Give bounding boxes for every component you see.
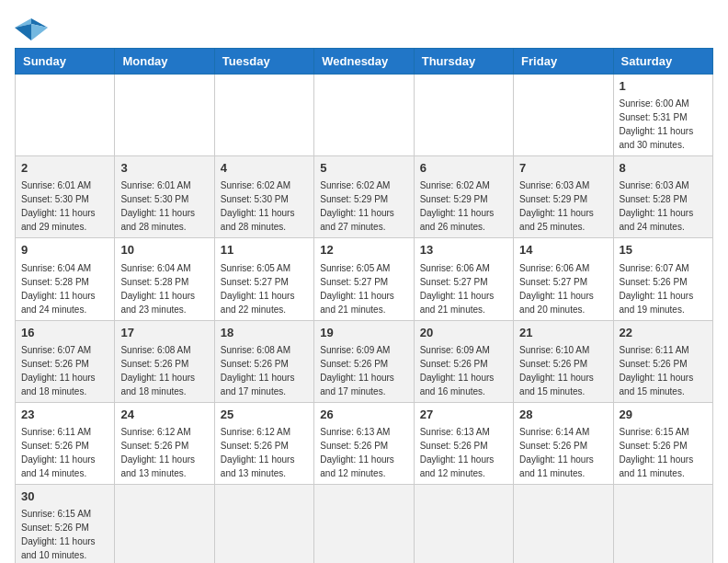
calendar-week-row: 2Sunrise: 6:01 AM Sunset: 5:30 PM Daylig… [16, 156, 713, 238]
cell-date-number: 3 [120, 160, 208, 177]
weekday-header: Wednesday [314, 49, 414, 75]
cell-info-text: Sunrise: 6:12 AM Sunset: 5:26 PM Dayligh… [120, 425, 208, 480]
header [15, 15, 713, 40]
cell-date-number: 23 [21, 407, 108, 423]
cell-info-text: Sunrise: 6:02 AM Sunset: 5:29 PM Dayligh… [420, 178, 507, 234]
weekday-header: Monday [115, 49, 214, 75]
calendar-cell: 27Sunrise: 6:13 AM Sunset: 5:26 PM Dayli… [414, 402, 513, 484]
calendar-cell: 16Sunrise: 6:07 AM Sunset: 5:26 PM Dayli… [16, 320, 115, 402]
cell-date-number: 25 [221, 407, 308, 423]
cell-date-number: 11 [221, 242, 308, 259]
cell-info-text: Sunrise: 6:02 AM Sunset: 5:30 PM Dayligh… [221, 178, 308, 234]
cell-info-text: Sunrise: 6:01 AM Sunset: 5:30 PM Dayligh… [120, 178, 208, 234]
cell-info-text: Sunrise: 6:07 AM Sunset: 5:26 PM Dayligh… [620, 261, 707, 316]
calendar-cell: 24Sunrise: 6:12 AM Sunset: 5:26 PM Dayli… [115, 402, 214, 484]
cell-info-text: Sunrise: 6:03 AM Sunset: 5:28 PM Dayligh… [620, 178, 707, 234]
cell-date-number: 1 [620, 78, 707, 95]
cell-date-number: 19 [320, 325, 407, 341]
calendar-week-row: 23Sunrise: 6:11 AM Sunset: 5:26 PM Dayli… [16, 402, 713, 484]
cell-info-text: Sunrise: 6:15 AM Sunset: 5:26 PM Dayligh… [620, 425, 707, 480]
cell-date-number: 16 [21, 325, 108, 341]
cell-date-number: 12 [320, 242, 407, 259]
cell-date-number: 27 [420, 407, 507, 423]
calendar-cell: 25Sunrise: 6:12 AM Sunset: 5:26 PM Dayli… [214, 402, 313, 484]
cell-date-number: 9 [21, 242, 108, 259]
calendar-cell: 23Sunrise: 6:11 AM Sunset: 5:26 PM Dayli… [16, 402, 115, 484]
cell-date-number: 8 [620, 160, 707, 177]
cell-date-number: 20 [420, 325, 507, 341]
calendar-cell [613, 484, 712, 563]
cell-date-number: 30 [21, 488, 108, 505]
cell-info-text: Sunrise: 6:02 AM Sunset: 5:29 PM Dayligh… [320, 178, 407, 234]
cell-date-number: 26 [320, 407, 407, 423]
cell-date-number: 22 [620, 325, 707, 341]
cell-info-text: Sunrise: 6:04 AM Sunset: 5:28 PM Dayligh… [21, 261, 108, 316]
calendar-cell: 3Sunrise: 6:01 AM Sunset: 5:30 PM Daylig… [115, 156, 214, 238]
calendar-cell: 2Sunrise: 6:01 AM Sunset: 5:30 PM Daylig… [16, 156, 115, 238]
cell-info-text: Sunrise: 6:06 AM Sunset: 5:27 PM Dayligh… [420, 261, 507, 316]
cell-date-number: 18 [221, 325, 308, 341]
calendar-cell: 7Sunrise: 6:03 AM Sunset: 5:29 PM Daylig… [514, 156, 613, 238]
cell-date-number: 14 [519, 242, 607, 259]
calendar-cell: 30Sunrise: 6:15 AM Sunset: 5:26 PM Dayli… [16, 484, 115, 563]
cell-info-text: Sunrise: 6:10 AM Sunset: 5:26 PM Dayligh… [519, 343, 607, 398]
weekday-header: Thursday [414, 49, 513, 75]
calendar-week-row: 16Sunrise: 6:07 AM Sunset: 5:26 PM Dayli… [16, 320, 713, 402]
calendar-week-row: 30Sunrise: 6:15 AM Sunset: 5:26 PM Dayli… [16, 484, 713, 563]
calendar-cell [115, 75, 214, 156]
calendar-cell [314, 75, 414, 156]
cell-date-number: 13 [420, 242, 507, 259]
calendar-cell [314, 484, 414, 563]
cell-date-number: 17 [120, 325, 208, 341]
calendar-cell: 8Sunrise: 6:03 AM Sunset: 5:28 PM Daylig… [613, 156, 712, 238]
cell-info-text: Sunrise: 6:09 AM Sunset: 5:26 PM Dayligh… [420, 343, 507, 398]
cell-info-text: Sunrise: 6:05 AM Sunset: 5:27 PM Dayligh… [320, 261, 407, 316]
cell-info-text: Sunrise: 6:09 AM Sunset: 5:26 PM Dayligh… [320, 343, 407, 398]
cell-info-text: Sunrise: 6:01 AM Sunset: 5:30 PM Dayligh… [21, 178, 108, 234]
cell-info-text: Sunrise: 6:07 AM Sunset: 5:26 PM Dayligh… [21, 343, 108, 398]
logo [15, 15, 51, 40]
cell-info-text: Sunrise: 6:08 AM Sunset: 5:26 PM Dayligh… [120, 343, 208, 398]
cell-date-number: 4 [221, 160, 308, 177]
calendar-cell: 22Sunrise: 6:11 AM Sunset: 5:26 PM Dayli… [613, 320, 712, 402]
cell-date-number: 10 [120, 242, 208, 259]
cell-date-number: 21 [519, 325, 607, 341]
cell-date-number: 28 [519, 407, 607, 423]
cell-date-number: 24 [120, 407, 208, 423]
calendar-cell [214, 484, 313, 563]
cell-info-text: Sunrise: 6:12 AM Sunset: 5:26 PM Dayligh… [221, 425, 308, 480]
cell-date-number: 6 [420, 160, 507, 177]
calendar-cell: 15Sunrise: 6:07 AM Sunset: 5:26 PM Dayli… [613, 238, 712, 320]
weekday-header: Saturday [613, 49, 712, 75]
calendar-week-row: 9Sunrise: 6:04 AM Sunset: 5:28 PM Daylig… [16, 238, 713, 320]
calendar: SundayMondayTuesdayWednesdayThursdayFrid… [15, 48, 713, 563]
cell-info-text: Sunrise: 6:15 AM Sunset: 5:26 PM Dayligh… [21, 507, 108, 562]
calendar-cell: 9Sunrise: 6:04 AM Sunset: 5:28 PM Daylig… [16, 238, 115, 320]
calendar-cell: 26Sunrise: 6:13 AM Sunset: 5:26 PM Dayli… [314, 402, 414, 484]
calendar-cell: 5Sunrise: 6:02 AM Sunset: 5:29 PM Daylig… [314, 156, 414, 238]
calendar-cell: 20Sunrise: 6:09 AM Sunset: 5:26 PM Dayli… [414, 320, 513, 402]
calendar-cell: 17Sunrise: 6:08 AM Sunset: 5:26 PM Dayli… [115, 320, 214, 402]
calendar-week-row: 1Sunrise: 6:00 AM Sunset: 5:31 PM Daylig… [16, 75, 713, 156]
calendar-cell: 28Sunrise: 6:14 AM Sunset: 5:26 PM Dayli… [514, 402, 613, 484]
calendar-cell [414, 75, 513, 156]
calendar-cell [214, 75, 313, 156]
cell-info-text: Sunrise: 6:14 AM Sunset: 5:26 PM Dayligh… [519, 425, 607, 480]
calendar-cell [16, 75, 115, 156]
logo-icon [15, 15, 48, 40]
calendar-cell: 12Sunrise: 6:05 AM Sunset: 5:27 PM Dayli… [314, 238, 414, 320]
calendar-cell [414, 484, 513, 563]
calendar-cell: 11Sunrise: 6:05 AM Sunset: 5:27 PM Dayli… [214, 238, 313, 320]
cell-info-text: Sunrise: 6:03 AM Sunset: 5:29 PM Dayligh… [519, 178, 607, 234]
cell-date-number: 5 [320, 160, 407, 177]
calendar-cell: 4Sunrise: 6:02 AM Sunset: 5:30 PM Daylig… [214, 156, 313, 238]
cell-info-text: Sunrise: 6:13 AM Sunset: 5:26 PM Dayligh… [320, 425, 407, 480]
cell-info-text: Sunrise: 6:04 AM Sunset: 5:28 PM Dayligh… [120, 261, 208, 316]
calendar-cell: 14Sunrise: 6:06 AM Sunset: 5:27 PM Dayli… [514, 238, 613, 320]
cell-date-number: 15 [620, 242, 707, 259]
calendar-cell [514, 484, 613, 563]
calendar-cell [514, 75, 613, 156]
calendar-cell: 29Sunrise: 6:15 AM Sunset: 5:26 PM Dayli… [613, 402, 712, 484]
calendar-cell: 1Sunrise: 6:00 AM Sunset: 5:31 PM Daylig… [613, 75, 712, 156]
calendar-cell: 10Sunrise: 6:04 AM Sunset: 5:28 PM Dayli… [115, 238, 214, 320]
